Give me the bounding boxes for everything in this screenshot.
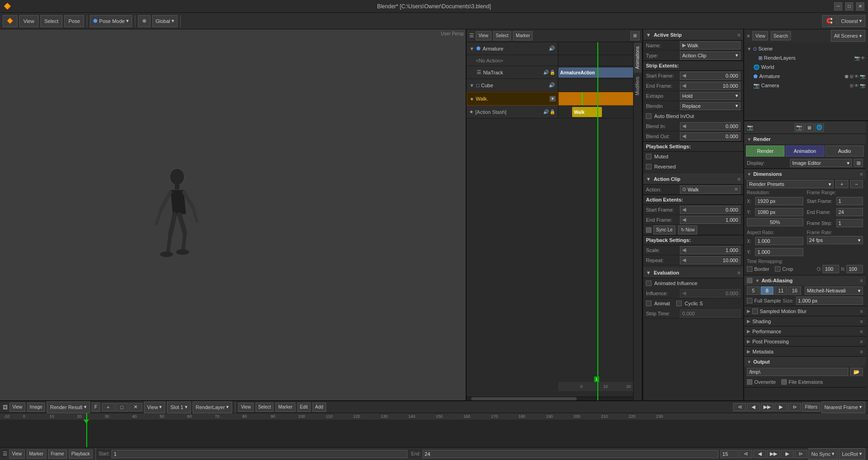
scale-field[interactable]: ◀ 1.000 [680, 246, 740, 254]
tree-renderlayers[interactable]: ▶ ⊞ RenderLayers 📷 👁 [744, 53, 868, 62]
animation-button[interactable]: Animation [785, 146, 824, 157]
sync-checkbox[interactable] [646, 227, 651, 233]
timeline-playhead[interactable] [86, 413, 87, 447]
bottom-play-4[interactable]: ▶ [781, 450, 794, 458]
panel-menu-icon[interactable]: ≡ [738, 32, 740, 38]
display-dropdown[interactable]: Image Editor ▾ [790, 159, 852, 167]
eye-icon[interactable]: 👁 [861, 56, 865, 61]
presets-remove-btn[interactable]: − [850, 180, 863, 188]
aa-5-btn[interactable]: 5 [747, 286, 760, 295]
nla-track-armature[interactable]: ▼ ⬟ Armature 🔊 [467, 42, 642, 55]
timeline-area[interactable]: -10 0 10 20 30 40 50 60 70 80 90 100 110… [0, 413, 868, 447]
ar-x-field[interactable]: 1.000 [755, 237, 803, 245]
display-options-btn[interactable]: ⊞ [854, 159, 863, 167]
bottom-play-2[interactable]: ◀ [753, 450, 766, 458]
view-dropdown-2[interactable]: View ▾ [144, 401, 166, 413]
timeline-add-btn[interactable]: Add [312, 403, 326, 412]
res-y-field[interactable]: 1080 px [755, 208, 803, 216]
repeat-field[interactable]: ◀ 10.000 [680, 256, 740, 264]
audio-button[interactable]: Audio [825, 146, 864, 157]
timeline-marker-btn[interactable]: Marker [275, 403, 295, 412]
nla-marker-btn[interactable]: Marker [513, 31, 533, 40]
reversed-checkbox[interactable] [646, 164, 651, 169]
animated-influence-checkbox[interactable] [646, 280, 651, 286]
end-field[interactable]: 24 [423, 450, 718, 458]
res-x-field[interactable]: 1920 px [755, 197, 803, 205]
performance-menu[interactable]: ≡ [860, 329, 863, 334]
action-start-field[interactable]: ◀ 0.000 [680, 206, 740, 214]
nla-scrollbar[interactable] [467, 397, 642, 400]
modifiers-tab[interactable]: Modifiers [634, 73, 642, 99]
action-end-field[interactable]: ◀ 1.000 [680, 216, 740, 224]
bottom-view-btn[interactable]: View [9, 449, 25, 459]
shading-menu[interactable]: ≡ [860, 319, 863, 324]
img-btn-3[interactable]: ✕ [129, 403, 142, 411]
presets-add-btn[interactable]: + [835, 180, 848, 188]
tree-armature[interactable]: ⬟ Armature ⬟ ⊞ 👁 📷 [744, 72, 868, 81]
smb-checkbox[interactable] [752, 309, 758, 314]
tree-world[interactable]: 🌐 World [744, 62, 868, 72]
metadata-section[interactable]: ▶ Metadata ≡ [744, 347, 866, 357]
output-path-field[interactable]: /tmp\ [747, 368, 848, 376]
eye2-icon[interactable]: 👁 [854, 74, 859, 79]
mode-dropdown[interactable]: ⬟ Pose Mode ▾ [90, 15, 132, 27]
renderlayer-dropdown[interactable]: RenderLayer ▾ [193, 401, 233, 413]
play-btn-1[interactable]: ⊲ [733, 403, 746, 411]
eye3-icon[interactable]: 👁 [854, 83, 859, 88]
aa-11-btn[interactable]: 11 [774, 286, 787, 295]
play-btn-2[interactable]: ◀ [747, 403, 760, 411]
animat-checkbox[interactable] [646, 301, 651, 306]
img-image-btn[interactable]: Image [27, 403, 45, 412]
start-frame-field[interactable]: ◀ 0.000 [680, 72, 740, 80]
file-ext-checkbox[interactable] [781, 379, 787, 385]
play-btn-4[interactable]: ▶ [774, 403, 787, 411]
walk-strip[interactable]: Walk [572, 107, 602, 117]
outliner-search-btn[interactable]: Search [771, 31, 791, 40]
name-field[interactable]: ▶ Walk [680, 41, 740, 50]
influence-field[interactable]: ◀ 0.000 [680, 289, 740, 297]
size-field[interactable]: 1.000 px [796, 297, 863, 305]
ar-y-field[interactable]: 1.000 [755, 248, 803, 256]
extrapolation-dropdown[interactable]: Hold ▾ [680, 92, 740, 100]
n-field[interactable]: 100 [846, 265, 863, 273]
play-btn-3[interactable]: ▶▶ [761, 403, 773, 411]
tree-camera[interactable]: 📷 Camera ⊞ 👁 📷 [744, 81, 868, 90]
bottom-marker-btn[interactable]: Marker [27, 449, 46, 459]
dimensions-menu[interactable]: ≡ [860, 171, 863, 177]
nla-scrollbar-thumb[interactable] [471, 397, 577, 400]
restrict-icon[interactable]: ⊞ [850, 74, 853, 79]
window-controls[interactable]: ─ □ ✕ [834, 2, 864, 11]
minimize-button[interactable]: ─ [834, 2, 842, 11]
performance-section[interactable]: ▶ Performance ≡ [744, 326, 866, 337]
auto-blend-checkbox[interactable] [646, 113, 651, 119]
closest-dropdown[interactable]: Closest ▾ [838, 15, 865, 27]
overwrite-checkbox[interactable] [747, 379, 752, 385]
end-frame-field[interactable]: ◀ 10.000 [680, 82, 740, 90]
camera-icon[interactable]: 📷 [854, 56, 860, 61]
current-frame-field[interactable]: 15 [720, 450, 739, 458]
shading-section[interactable]: ▶ Shading ≡ [744, 316, 866, 326]
crop-checkbox[interactable] [775, 266, 780, 272]
nla-track-walk[interactable]: ★ Walk. ▼ [467, 92, 642, 106]
view-menu-btn[interactable]: 🔶 [3, 15, 17, 27]
loc-rot-dropdown[interactable]: LocRot ▾ [839, 448, 865, 460]
fr-end-field[interactable]: 24 [836, 208, 863, 216]
animations-tab[interactable]: Animations [634, 42, 642, 73]
framerate-dropdown[interactable]: 24 fps ▾ [807, 236, 863, 244]
outliner-view-btn[interactable]: View [752, 31, 768, 40]
aa-menu[interactable]: ≡ [860, 278, 863, 283]
timeline-select-btn[interactable]: Select [256, 403, 274, 412]
timeline-edit-btn[interactable]: Edit [297, 403, 311, 412]
render-props-icon-btn[interactable]: 📷 [795, 123, 804, 132]
nla-options-btn[interactable]: ⊞ [630, 31, 640, 40]
lock-icon[interactable]: 🔒 [550, 109, 555, 114]
play-btn-5[interactable]: ⊳ [788, 403, 801, 411]
pose-icon[interactable]: ⬟ [845, 74, 849, 79]
close-button[interactable]: ✕ [856, 2, 864, 11]
select-btn[interactable]: Select [40, 15, 63, 27]
panel-menu-icon[interactable]: ≡ [738, 270, 740, 275]
lock-icon[interactable]: 🔒 [550, 70, 555, 75]
render2-icon[interactable]: 📷 [860, 83, 865, 88]
img-view-btn[interactable]: View [10, 403, 25, 412]
output-props-icon-btn[interactable]: 🖥 [805, 123, 814, 132]
